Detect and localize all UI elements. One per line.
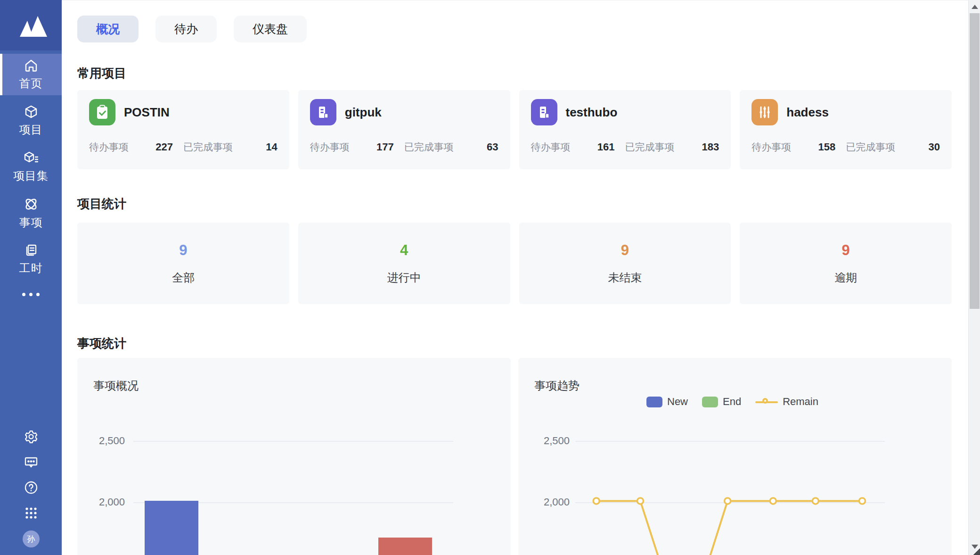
documents-icon xyxy=(24,243,39,258)
gridline xyxy=(133,441,453,442)
stat-card-in-progress[interactable]: 4 进行中 xyxy=(298,223,510,304)
sidebar-item-label: 项目 xyxy=(19,122,43,137)
sidebar-item-projects[interactable]: 项目 xyxy=(0,100,62,141)
clipboard-check-icon xyxy=(89,99,115,125)
window-resize-grip xyxy=(972,547,980,555)
todo-value: 227 xyxy=(155,141,173,153)
vertical-scrollbar xyxy=(968,0,980,555)
todo-value: 161 xyxy=(597,141,615,153)
item-overview-chart: 事项概况 2,500 2,000 1,500 xyxy=(77,358,511,555)
stat-label: 进行中 xyxy=(387,270,421,285)
favorite-project-cards: POSTIN 待办事项 227 已完成事项 14 xyxy=(77,90,952,169)
todo-label: 待办事项 xyxy=(751,141,791,154)
sidebar-item-issues[interactable]: 事项 xyxy=(0,192,62,234)
building-icon xyxy=(531,99,557,125)
chart-title: 事项概况 xyxy=(93,378,139,393)
arrow-up-icon xyxy=(972,5,978,9)
ellipsis-icon xyxy=(22,293,25,296)
sidebar-item-label: 工时 xyxy=(19,261,43,276)
stat-value: 4 xyxy=(400,242,408,259)
app-logo[interactable] xyxy=(0,0,62,50)
feedback-button[interactable] xyxy=(23,454,39,470)
tab-overview[interactable]: 概况 xyxy=(77,16,139,42)
done-label: 已完成事项 xyxy=(846,141,895,154)
stat-label: 全部 xyxy=(172,270,195,285)
project-stats-title: 项目统计 xyxy=(77,196,952,212)
sidebar: 首页 项目 项目集 xyxy=(0,0,62,555)
project-card-gitpuk[interactable]: gitpuk 待办事项 177 已完成事项 63 xyxy=(298,90,510,169)
favorites-title: 常用项目 xyxy=(77,65,952,82)
done-value: 183 xyxy=(702,141,719,153)
scrollbar-thumb[interactable] xyxy=(970,13,980,309)
todo-value: 177 xyxy=(376,141,394,153)
building-icon xyxy=(310,99,336,125)
help-button[interactable] xyxy=(23,480,39,496)
stat-value: 9 xyxy=(621,242,629,259)
done-value: 30 xyxy=(929,141,940,153)
project-card-postin[interactable]: POSTIN 待办事项 227 已完成事项 14 xyxy=(77,90,289,169)
y-axis-tick: 2,500 xyxy=(77,435,125,447)
project-stat-cards: 9 全部 4 进行中 9 未结束 9 逾期 xyxy=(77,223,952,304)
stat-label: 未结束 xyxy=(608,270,642,285)
cube-list-icon xyxy=(23,150,39,166)
sidebar-item-label: 项目集 xyxy=(13,168,49,183)
view-tabs: 概况 待办 仪表盘 xyxy=(77,16,952,42)
item-stats-title: 事项统计 xyxy=(77,335,952,352)
y-axis-tick: 2,000 xyxy=(77,496,125,508)
stat-card-unfinished[interactable]: 9 未结束 xyxy=(519,223,731,304)
apps-grid-icon xyxy=(24,506,38,520)
remain-line-series xyxy=(518,358,951,555)
project-name: gitpuk xyxy=(345,105,382,120)
sidebar-item-label: 事项 xyxy=(19,215,43,230)
bar xyxy=(378,538,432,555)
project-card-hadess[interactable]: hadess 待办事项 158 已完成事项 30 xyxy=(740,90,952,169)
settings-gear-icon xyxy=(24,429,39,444)
stat-card-overdue[interactable]: 9 逾期 xyxy=(740,223,952,304)
done-value: 14 xyxy=(266,141,277,153)
done-label: 已完成事项 xyxy=(183,141,233,154)
stat-value: 9 xyxy=(842,242,850,259)
item-trend-chart: 事项趋势 New End Remain 2,500 xyxy=(518,358,952,555)
home-icon xyxy=(24,58,39,73)
charts-row: 事项概况 2,500 2,000 1,500 事项趋势 New xyxy=(77,358,952,555)
todo-label: 待办事项 xyxy=(531,141,571,154)
sidebar-item-project-sets[interactable]: 项目集 xyxy=(0,146,62,188)
sliders-icon xyxy=(751,99,778,125)
app-window: 首页 项目 项目集 xyxy=(0,0,980,555)
apps-button[interactable] xyxy=(23,505,39,521)
project-name: testhubo xyxy=(566,105,618,120)
todo-label: 待办事项 xyxy=(89,141,129,154)
project-card-testhubo[interactable]: testhubo 待办事项 161 已完成事项 183 xyxy=(519,90,731,169)
project-name: hadess xyxy=(786,105,829,120)
help-icon xyxy=(24,480,39,495)
todo-value: 158 xyxy=(818,141,835,153)
stat-value: 9 xyxy=(179,242,187,259)
done-label: 已完成事项 xyxy=(404,141,454,154)
sidebar-item-home[interactable]: 首页 xyxy=(0,54,62,95)
done-value: 63 xyxy=(487,141,498,153)
tab-todo[interactable]: 待办 xyxy=(155,16,217,42)
done-label: 已完成事项 xyxy=(625,141,674,154)
todo-label: 待办事项 xyxy=(310,141,350,154)
sidebar-nav: 首页 项目 项目集 xyxy=(0,54,62,304)
sidebar-item-label: 首页 xyxy=(19,76,43,91)
sidebar-more-button[interactable] xyxy=(0,285,62,304)
sidebar-item-worktime[interactable]: 工时 xyxy=(0,239,62,280)
stat-label: 逾期 xyxy=(834,270,857,285)
stat-card-all[interactable]: 9 全部 xyxy=(77,223,289,304)
message-icon xyxy=(24,455,39,470)
cube-icon xyxy=(24,104,39,119)
project-name: POSTIN xyxy=(124,105,170,120)
mountains-logo-icon xyxy=(13,12,49,39)
settings-button[interactable] xyxy=(23,429,39,445)
knot-icon xyxy=(23,196,39,212)
sidebar-footer: 孙 xyxy=(0,429,62,547)
bar xyxy=(145,501,198,555)
tab-dashboard[interactable]: 仪表盘 xyxy=(234,16,307,42)
user-avatar[interactable]: 孙 xyxy=(23,530,40,547)
main-content: 概况 待办 仪表盘 常用项目 POSTIN xyxy=(62,0,968,555)
scrollbar-up-button[interactable] xyxy=(969,0,980,13)
